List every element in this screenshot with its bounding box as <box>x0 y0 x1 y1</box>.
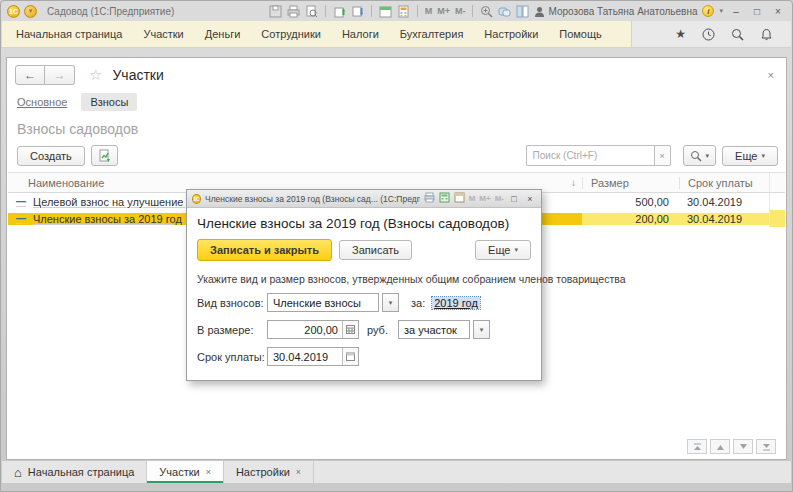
print-preview-icon[interactable] <box>305 5 318 18</box>
menu-item-settings[interactable]: Настройки <box>484 28 538 40</box>
dialog-heading: Членские взносы за 2019 год (Взносы садо… <box>187 208 541 237</box>
search-group: × <box>526 145 671 166</box>
notifications-bell-icon[interactable] <box>760 28 773 41</box>
search-clear-icon[interactable]: × <box>654 145 671 166</box>
kind-input[interactable]: Членские взносы <box>267 293 379 312</box>
go-up-button[interactable] <box>710 439 730 454</box>
calendar-icon[interactable] <box>454 192 465 205</box>
search-options-button[interactable]: ▾ <box>683 145 717 166</box>
calendar-icon[interactable] <box>342 348 358 365</box>
column-header-size[interactable]: Размер <box>582 177 679 189</box>
export-file-icon[interactable] <box>333 5 346 18</box>
menu-item-home[interactable]: Начальная страница <box>16 28 122 40</box>
print-icon[interactable] <box>424 192 435 205</box>
menu-item-money[interactable]: Деньги <box>205 28 241 40</box>
column-header-name[interactable]: Наименование ↓ <box>8 177 582 189</box>
close-button[interactable]: × <box>770 6 786 17</box>
field-row-kind: Вид взносов: Членские взносы ▾ за: 2019 … <box>187 289 541 316</box>
per-unit-dropdown-button[interactable]: ▾ <box>473 320 490 339</box>
chevron-down-icon[interactable]: ▾ <box>719 7 723 15</box>
app-window: 1С ▾ Садовод (1С:Предприятие) M M+ M- Мо… <box>0 0 793 492</box>
user-menu[interactable]: Морозова Татьяна Анатольевна <box>534 6 697 17</box>
menu-item-employees[interactable]: Сотрудники <box>261 28 321 40</box>
maximize-button[interactable]: □ <box>749 6 765 17</box>
minimize-button[interactable]: – <box>728 6 744 17</box>
table-gutter <box>769 210 785 227</box>
search-input[interactable] <box>526 145 654 166</box>
amount-input[interactable]: 200,00 <box>267 320 359 339</box>
close-tab-icon[interactable]: × <box>296 467 301 477</box>
user-name: Морозова Татьяна Анатольевна <box>548 6 697 17</box>
list-item-icon: — <box>16 196 26 207</box>
go-first-button[interactable] <box>687 439 707 454</box>
forward-button[interactable]: → <box>45 65 75 85</box>
menu-bar: Начальная страница Участки Деньги Сотруд… <box>2 21 791 48</box>
bottom-tab-plots[interactable]: Участки × <box>147 461 224 483</box>
table-gutter <box>769 173 785 192</box>
search-icon[interactable] <box>731 28 744 41</box>
calculator-icon[interactable] <box>439 192 450 205</box>
amount-label: В размере: <box>197 324 267 336</box>
form-close-icon[interactable]: × <box>764 69 778 81</box>
more-button[interactable]: Еще▾ <box>722 146 778 166</box>
memory-plus-button: M+ <box>479 194 490 203</box>
per-unit-input[interactable]: за участок <box>398 320 470 339</box>
dialog-close-button[interactable]: × <box>524 194 536 204</box>
save-and-close-button[interactable]: Записать и закрыть <box>197 239 332 261</box>
link-icon[interactable] <box>498 5 511 18</box>
history-icon[interactable] <box>702 28 715 41</box>
print-icon[interactable] <box>287 5 300 18</box>
save-button[interactable]: Записать <box>339 240 412 260</box>
quick-panel: ★ <box>631 21 791 47</box>
favorites-icon[interactable]: ★ <box>675 27 686 41</box>
app-logo-icon: 1С <box>192 194 201 204</box>
main-menu-button[interactable]: ▾ <box>24 5 37 18</box>
calculator-icon[interactable] <box>342 321 358 338</box>
memory-button[interactable]: M <box>425 6 433 16</box>
due-date-input[interactable]: 30.04.2019 <box>267 347 359 366</box>
chevron-down-icon: ▾ <box>514 246 518 254</box>
menu-item-help[interactable]: Помощь <box>559 28 602 40</box>
save-icon[interactable] <box>269 5 282 18</box>
report-button[interactable] <box>91 145 118 166</box>
fee-dialog: 1С Членские взносы за 2019 год (Взносы с… <box>186 189 542 381</box>
section-title: Взносы садоводов <box>7 117 786 143</box>
year-link[interactable]: 2019 год <box>432 297 480 309</box>
memory-plus-button[interactable]: M+ <box>437 6 450 16</box>
menu-item-taxes[interactable]: Налоги <box>342 28 379 40</box>
form-tabs: Основное Взносы <box>7 89 786 117</box>
memory-minus-button[interactable]: M- <box>455 6 466 16</box>
back-button[interactable]: ← <box>15 65 45 85</box>
tab-main[interactable]: Основное <box>17 96 67 108</box>
calculator-icon[interactable] <box>397 5 410 18</box>
row-due: 30.04.2019 <box>679 213 769 225</box>
column-header-due[interactable]: Срок уплаты <box>679 177 769 189</box>
all-functions-icon[interactable] <box>648 29 659 40</box>
menu-item-plots[interactable]: Участки <box>143 28 183 40</box>
import-file-icon[interactable] <box>351 5 364 18</box>
favorite-star-icon[interactable]: ☆ <box>89 66 102 84</box>
kind-dropdown-button[interactable]: ▾ <box>382 293 399 312</box>
split-view-icon[interactable] <box>516 5 529 18</box>
chevron-down-icon: ▾ <box>706 152 710 160</box>
app-logo-icon: 1С <box>7 5 20 18</box>
dialog-maximize-button[interactable]: □ <box>508 194 520 204</box>
navigation-row: ← → ☆ Участки × <box>7 58 786 89</box>
memory-minus-button: M- <box>495 194 504 203</box>
tab-fees[interactable]: Взносы <box>81 93 137 111</box>
go-down-button[interactable] <box>733 439 753 454</box>
calendar-icon[interactable] <box>379 5 392 18</box>
dialog-title-bar: 1С Членские взносы за 2019 год (Взносы с… <box>187 190 541 208</box>
dialog-more-button[interactable]: Еще▾ <box>475 240 531 260</box>
info-icon[interactable]: i <box>702 5 714 17</box>
close-tab-icon[interactable]: × <box>206 467 211 477</box>
go-last-button[interactable] <box>756 439 776 454</box>
bottom-tab-settings[interactable]: Настройки × <box>224 461 314 483</box>
zoom-icon[interactable] <box>480 5 493 18</box>
title-bar: 1С ▾ Садовод (1С:Предприятие) M M+ M- Мо… <box>1 1 792 21</box>
menu-item-accounting[interactable]: Бухгалтерия <box>400 28 464 40</box>
bottom-tab-home[interactable]: ⌂ Начальная страница <box>2 461 147 483</box>
page-title: Участки <box>112 67 163 83</box>
for-label: за: <box>411 297 425 309</box>
create-button[interactable]: Создать <box>17 146 85 166</box>
